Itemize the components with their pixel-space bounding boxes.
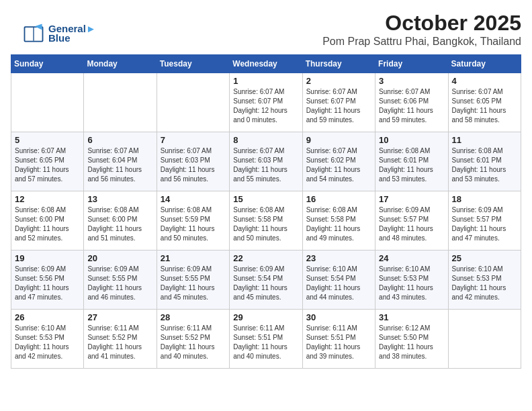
cell-info: Sunrise: 6:07 AM Sunset: 6:07 PM Dayligh… [233, 87, 298, 125]
calendar-week-row: 26Sunrise: 6:10 AM Sunset: 5:53 PM Dayli… [11, 310, 521, 369]
cell-info: Sunrise: 6:08 AM Sunset: 6:00 PM Dayligh… [87, 205, 152, 243]
cell-info: Sunrise: 6:09 AM Sunset: 5:55 PM Dayligh… [87, 265, 152, 302]
weekday-header: Friday [375, 55, 448, 73]
cell-info: Sunrise: 6:08 AM Sunset: 6:00 PM Dayligh… [15, 205, 80, 243]
cell-info: Sunrise: 6:10 AM Sunset: 5:53 PM Dayligh… [379, 265, 444, 302]
calendar-cell [448, 310, 521, 369]
calendar-cell: 30Sunrise: 6:11 AM Sunset: 5:51 PM Dayli… [302, 310, 375, 369]
cell-info: Sunrise: 6:11 AM Sunset: 5:52 PM Dayligh… [161, 324, 226, 361]
calendar-cell: 31Sunrise: 6:12 AM Sunset: 5:50 PM Dayli… [375, 310, 448, 369]
cell-info: Sunrise: 6:10 AM Sunset: 5:54 PM Dayligh… [306, 265, 371, 302]
cell-info: Sunrise: 6:07 AM Sunset: 6:03 PM Dayligh… [233, 146, 298, 184]
cell-info: Sunrise: 6:09 AM Sunset: 5:55 PM Dayligh… [161, 265, 226, 302]
calendar-cell: 28Sunrise: 6:11 AM Sunset: 5:52 PM Dayli… [157, 310, 229, 369]
cell-info: Sunrise: 6:07 AM Sunset: 6:02 PM Dayligh… [306, 146, 371, 184]
day-number: 16 [306, 194, 371, 204]
day-number: 30 [306, 312, 371, 322]
cell-info: Sunrise: 6:07 AM Sunset: 6:07 PM Dayligh… [306, 87, 371, 125]
day-number: 1 [233, 76, 298, 86]
cell-info: Sunrise: 6:07 AM Sunset: 6:04 PM Dayligh… [87, 146, 152, 184]
weekday-header: Tuesday [157, 55, 229, 73]
calendar-cell: 29Sunrise: 6:11 AM Sunset: 5:51 PM Dayli… [230, 310, 302, 369]
day-number: 2 [306, 76, 371, 86]
calendar-cell: 11Sunrise: 6:08 AM Sunset: 6:01 PM Dayli… [448, 132, 521, 191]
calendar-cell: 13Sunrise: 6:08 AM Sunset: 6:00 PM Dayli… [84, 191, 157, 250]
day-number: 17 [379, 194, 444, 204]
calendar-cell: 5Sunrise: 6:07 AM Sunset: 6:05 PM Daylig… [11, 132, 84, 191]
calendar-cell: 2Sunrise: 6:07 AM Sunset: 6:07 PM Daylig… [302, 73, 375, 132]
day-number: 11 [452, 135, 517, 145]
calendar-cell [157, 73, 229, 132]
day-number: 21 [161, 253, 226, 263]
calendar-cell: 19Sunrise: 6:09 AM Sunset: 5:56 PM Dayli… [11, 250, 84, 310]
calendar-cell: 24Sunrise: 6:10 AM Sunset: 5:53 PM Dayli… [375, 250, 448, 310]
calendar-cell: 7Sunrise: 6:07 AM Sunset: 6:03 PM Daylig… [157, 132, 229, 191]
weekday-header: Monday [84, 55, 157, 73]
calendar-body: 1Sunrise: 6:07 AM Sunset: 6:07 PM Daylig… [11, 73, 521, 369]
top-area: General► Blue October 2025 Pom Prap Satt… [11, 11, 521, 48]
weekday-header: Wednesday [230, 55, 302, 73]
calendar-cell: 27Sunrise: 6:11 AM Sunset: 5:52 PM Dayli… [84, 310, 157, 369]
cell-info: Sunrise: 6:11 AM Sunset: 5:52 PM Dayligh… [87, 324, 152, 361]
day-number: 10 [379, 135, 444, 145]
day-number: 5 [15, 135, 80, 145]
day-number: 6 [87, 135, 152, 145]
calendar-cell: 10Sunrise: 6:08 AM Sunset: 6:01 PM Dayli… [375, 132, 448, 191]
day-number: 14 [161, 194, 226, 204]
calendar-week-row: 1Sunrise: 6:07 AM Sunset: 6:07 PM Daylig… [11, 73, 521, 132]
calendar-cell: 9Sunrise: 6:07 AM Sunset: 6:02 PM Daylig… [302, 132, 375, 191]
calendar-week-row: 19Sunrise: 6:09 AM Sunset: 5:56 PM Dayli… [11, 250, 521, 310]
cell-info: Sunrise: 6:09 AM Sunset: 5:56 PM Dayligh… [15, 265, 80, 302]
calendar-cell: 4Sunrise: 6:07 AM Sunset: 6:05 PM Daylig… [448, 73, 521, 132]
calendar-cell: 21Sunrise: 6:09 AM Sunset: 5:55 PM Dayli… [157, 250, 229, 310]
cell-info: Sunrise: 6:08 AM Sunset: 5:58 PM Dayligh… [233, 205, 298, 243]
cell-info: Sunrise: 6:07 AM Sunset: 6:06 PM Dayligh… [379, 87, 444, 125]
day-number: 28 [161, 312, 226, 322]
cell-info: Sunrise: 6:11 AM Sunset: 5:51 PM Dayligh… [306, 324, 371, 361]
cell-info: Sunrise: 6:10 AM Sunset: 5:53 PM Dayligh… [15, 324, 80, 361]
calendar-cell: 22Sunrise: 6:09 AM Sunset: 5:54 PM Dayli… [230, 250, 302, 310]
cell-info: Sunrise: 6:08 AM Sunset: 6:01 PM Dayligh… [379, 146, 444, 184]
calendar-header: SundayMondayTuesdayWednesdayThursdayFrid… [11, 55, 521, 73]
cell-info: Sunrise: 6:07 AM Sunset: 6:03 PM Dayligh… [161, 146, 226, 184]
cell-info: Sunrise: 6:09 AM Sunset: 5:54 PM Dayligh… [233, 265, 298, 302]
calendar-cell: 1Sunrise: 6:07 AM Sunset: 6:07 PM Daylig… [230, 73, 302, 132]
cell-info: Sunrise: 6:09 AM Sunset: 5:57 PM Dayligh… [452, 205, 517, 243]
weekday-header: Sunday [11, 55, 84, 73]
day-number: 25 [452, 253, 517, 263]
calendar-cell: 23Sunrise: 6:10 AM Sunset: 5:54 PM Dayli… [302, 250, 375, 310]
day-number: 18 [452, 194, 517, 204]
day-number: 27 [87, 312, 152, 322]
day-number: 9 [306, 135, 371, 145]
day-number: 23 [306, 253, 371, 263]
day-number: 12 [15, 194, 80, 204]
calendar-cell: 3Sunrise: 6:07 AM Sunset: 6:06 PM Daylig… [375, 73, 448, 132]
day-number: 8 [233, 135, 298, 145]
calendar-cell: 20Sunrise: 6:09 AM Sunset: 5:55 PM Dayli… [84, 250, 157, 310]
logo: General► Blue [21, 21, 96, 46]
day-number: 29 [233, 312, 298, 322]
day-number: 20 [87, 253, 152, 263]
weekday-header: Saturday [448, 55, 521, 73]
calendar-cell [11, 73, 84, 132]
day-number: 13 [87, 194, 152, 204]
day-number: 24 [379, 253, 444, 263]
calendar-week-row: 5Sunrise: 6:07 AM Sunset: 6:05 PM Daylig… [11, 132, 521, 191]
weekday-header: Thursday [302, 55, 375, 73]
cell-info: Sunrise: 6:07 AM Sunset: 6:05 PM Dayligh… [15, 146, 80, 184]
day-number: 7 [161, 135, 226, 145]
calendar-cell: 25Sunrise: 6:10 AM Sunset: 5:53 PM Dayli… [448, 250, 521, 310]
day-number: 3 [379, 76, 444, 86]
cell-info: Sunrise: 6:09 AM Sunset: 5:57 PM Dayligh… [379, 205, 444, 243]
calendar-cell: 15Sunrise: 6:08 AM Sunset: 5:58 PM Dayli… [230, 191, 302, 250]
cell-info: Sunrise: 6:08 AM Sunset: 5:59 PM Dayligh… [161, 205, 226, 243]
logo-text: General► Blue [48, 24, 96, 44]
calendar-cell: 12Sunrise: 6:08 AM Sunset: 6:00 PM Dayli… [11, 191, 84, 250]
cell-info: Sunrise: 6:12 AM Sunset: 5:50 PM Dayligh… [379, 324, 444, 361]
calendar-cell: 17Sunrise: 6:09 AM Sunset: 5:57 PM Dayli… [375, 191, 448, 250]
day-number: 4 [452, 76, 517, 86]
logo-icon [21, 21, 46, 46]
calendar-cell: 16Sunrise: 6:08 AM Sunset: 5:58 PM Dayli… [302, 191, 375, 250]
day-number: 15 [233, 194, 298, 204]
cell-info: Sunrise: 6:11 AM Sunset: 5:51 PM Dayligh… [233, 324, 298, 361]
